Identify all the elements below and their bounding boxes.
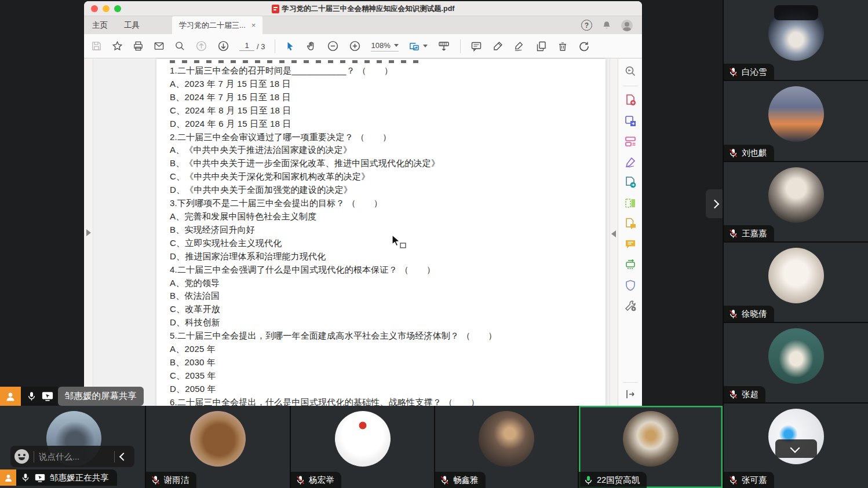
comment-icon[interactable] [471, 41, 482, 52]
participant-tile[interactable]: 徐晓倩 [724, 243, 868, 322]
tab-close-icon[interactable]: × [251, 21, 256, 30]
help-icon[interactable]: ? [581, 20, 592, 31]
participant-name-label: 刘也麒 [724, 145, 774, 161]
fill-sign-icon[interactable] [624, 156, 637, 168]
page-number-input[interactable]: 1 [239, 41, 254, 51]
pdf-text-lines: 1.二十届三中全会的召开时间是___________？ （ ）A、2023 年 … [170, 64, 594, 406]
page-display-icon[interactable] [437, 40, 450, 53]
previous-page-icon[interactable] [195, 40, 207, 52]
email-icon[interactable] [154, 41, 165, 52]
participant-name-label: 王嘉嘉 [724, 225, 774, 241]
mic-muted-icon [728, 148, 738, 158]
avatar [768, 167, 824, 223]
comment-tool-icon[interactable] [624, 238, 637, 251]
mic-on-icon [21, 473, 30, 482]
combine-files-icon[interactable] [624, 217, 637, 230]
pdf-content-area: 1.二十届三中全会的召开时间是___________？ （ ）A、2023 年 … [84, 59, 642, 406]
mic-muted-icon [728, 67, 738, 77]
tab-home[interactable]: 主页 [84, 16, 116, 34]
avatar [768, 86, 824, 142]
account-avatar-icon[interactable] [621, 20, 633, 31]
print-icon[interactable] [133, 41, 144, 52]
stamp-icon[interactable] [535, 41, 547, 52]
fit-width-icon[interactable] [409, 40, 428, 52]
sharing-status-label: 邹惠媛正在共享 [0, 469, 117, 486]
avatar [768, 5, 824, 61]
participant-tile[interactable]: 王嘉嘉 [724, 162, 868, 241]
active-speaker-tile[interactable]: 22国贸高凯 [579, 406, 723, 488]
pdf-text-line: B、实现经济回升向好 [170, 223, 594, 237]
pdf-file-icon [272, 5, 279, 13]
tab-document-label: 学习党的二十届三... [179, 20, 246, 31]
participant-tile[interactable]: 谢雨洁 [146, 406, 290, 488]
chat-input[interactable] [34, 452, 114, 461]
more-tools-icon[interactable] [624, 299, 637, 312]
pdf-text-line: C、《中共中央关于深化党和国家机构改革的决定》 [170, 170, 594, 184]
participant-tile[interactable]: 白沁雪 [724, 0, 868, 80]
pdf-text-line: D、推进国家治理体系和治理能力现代化 [170, 250, 594, 263]
edit-pdf-icon[interactable] [624, 197, 637, 210]
next-page-icon[interactable] [217, 40, 229, 52]
participant-tile[interactable]: 杨宏举 [291, 406, 434, 488]
collapse-tools-panel-icon[interactable] [611, 230, 616, 237]
mic-muted-icon [728, 390, 738, 399]
pdf-text-line: A、完善和发展中国特色社会主义制度 [170, 210, 594, 223]
pdf-text-line: 5.二十届三中全会提出，到哪一年全面建成高水平社会主义市场经济体制？ （ ） [170, 329, 594, 343]
scrollbar[interactable] [610, 59, 618, 406]
rotate-icon[interactable] [578, 41, 590, 52]
find-icon[interactable] [174, 41, 185, 52]
pdf-text-line: C、立即实现社会主义现代化 [170, 237, 594, 250]
sign-icon[interactable] [513, 41, 526, 52]
expand-tools-panel-icon[interactable] [625, 388, 636, 400]
pdf-text-line: 3.下列哪项不是二十届三中全会提出的目标？ （ ） [170, 197, 594, 210]
pdf-text-line: D、《中共中央关于全面加强党的建设的决定》 [170, 184, 594, 197]
mic-active-icon [583, 475, 593, 485]
share-banner-label: 邹惠媛的屏幕共享 [58, 387, 144, 406]
expand-left-panel-icon[interactable] [86, 229, 91, 236]
zoom-in-icon[interactable] [349, 40, 361, 52]
protect-icon[interactable] [624, 279, 637, 292]
tab-tools[interactable]: 工具 [116, 16, 148, 34]
mic-muted-icon [151, 475, 161, 485]
meeting-app: 学习党的二十届三中全会精神应知应会知识测试题.pdf 主页 工具 学习党的二十届… [0, 0, 868, 488]
pdf-text-line: 1.二十届三中全会的召开时间是___________？ （ ） [170, 64, 594, 78]
participant-tile[interactable]: 畅鑫雅 [435, 406, 578, 488]
bell-icon[interactable] [601, 20, 612, 31]
sidebar-toggle-button[interactable] [706, 189, 723, 218]
avatar [768, 328, 824, 384]
hand-tool-icon[interactable] [305, 41, 317, 52]
window-titlebar: 学习党的二十届三中全会精神应知应会知识测试题.pdf [84, 1, 642, 16]
scroll-down-button[interactable] [775, 439, 817, 458]
mic-on-icon [27, 391, 37, 401]
participant-tile[interactable]: 张超 [724, 323, 868, 402]
organize-pages-icon[interactable] [624, 135, 637, 148]
star-icon[interactable] [112, 41, 123, 52]
send-for-review-icon[interactable] [624, 176, 637, 189]
pdf-text-line: 4.二十届三中全会强调了什么是中国式现代化的根本保证？ （ ） [170, 263, 594, 277]
emoji-icon[interactable] [14, 449, 29, 464]
participant-tile[interactable]: 张可嘉 [724, 403, 868, 488]
clipped-text-line [170, 60, 419, 63]
select-tool-icon[interactable] [285, 41, 296, 52]
participant-tile[interactable]: 刘也麒 [724, 81, 868, 161]
scan-ocr-icon[interactable] [624, 258, 637, 271]
highlight-icon[interactable] [492, 41, 504, 52]
tab-bar: 主页 工具 学习党的二十届三... × ? [84, 16, 642, 34]
collapse-chat-icon[interactable] [119, 452, 127, 460]
tools-rail [618, 59, 642, 406]
create-pdf-icon[interactable] [624, 94, 637, 107]
pdf-text-line: B、2030 年 [170, 356, 594, 369]
save-icon[interactable] [91, 41, 102, 52]
pdf-text-line: 6.二十届三中全会提出，什么是中国式现代化的基础性、战略性支撑？ （ ） [170, 396, 594, 406]
tab-document[interactable]: 学习党的二十届三... × [172, 16, 262, 34]
chat-bar[interactable] [10, 446, 134, 467]
search-tool-icon[interactable] [624, 65, 637, 78]
zoom-level-dropdown[interactable]: 108% [371, 41, 398, 52]
delete-icon[interactable] [557, 41, 568, 52]
self-tile[interactable]: 邹惠媛正在共享 [0, 406, 145, 488]
pdf-text-line: C、2035 年 [170, 369, 594, 383]
export-pdf-icon[interactable] [624, 115, 637, 127]
participant-name-label: 张超 [724, 386, 765, 402]
participant-name-label: 张可嘉 [724, 472, 774, 488]
zoom-out-icon[interactable] [327, 40, 339, 52]
